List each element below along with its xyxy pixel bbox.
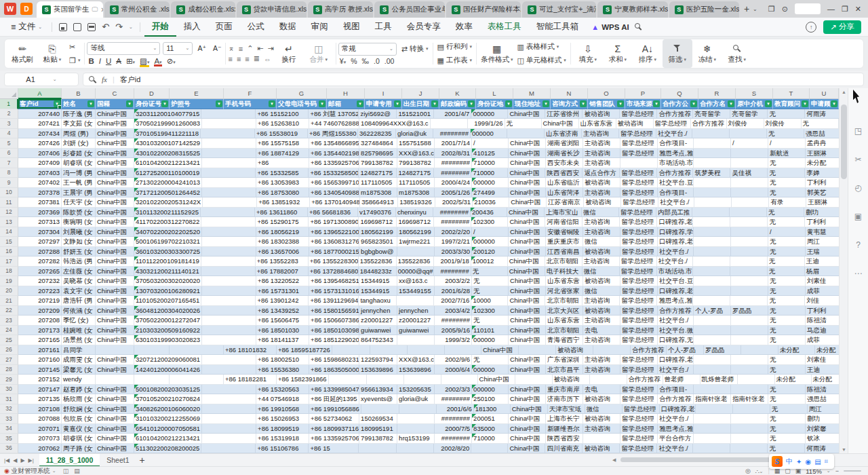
percent-icon[interactable]: % (351, 57, 357, 65)
table-cell[interactable] (732, 197, 769, 208)
table-cell[interactable]: 207088 (18, 414, 62, 424)
zoom-out-button[interactable]: − (835, 468, 839, 474)
row-number[interactable]: 12 (0, 208, 18, 218)
table-cell[interactable] (620, 158, 658, 168)
table-cell[interactable]: 2001/6/6 (437, 404, 474, 415)
table-cell[interactable]: 主动咨询 (582, 129, 619, 139)
table-cell[interactable]: 无 (768, 276, 806, 286)
table-cell[interactable] (170, 375, 224, 385)
table-cell[interactable] (731, 434, 768, 444)
table-cell[interactable]: 北京大兴区 (546, 306, 583, 316)
table-cell[interactable]: China中国 (96, 434, 134, 444)
table-cell[interactable]: 主动咨询 (583, 316, 620, 326)
table-cell[interactable]: 207208 (18, 316, 62, 326)
table-cell[interactable]: 310103200212255069 (134, 414, 202, 424)
table-cell[interactable] (361, 404, 399, 415)
header-cell[interactable]: 邮箱▼ (327, 99, 365, 109)
chevron-down-icon[interactable]: ⌄ (52, 468, 56, 474)
align-right-icon[interactable]: ≡ (245, 55, 249, 63)
table-cell[interactable]: China中国 (96, 306, 134, 316)
table-cell[interactable]: China中国 (509, 138, 546, 149)
table-cell[interactable]: +86 1598680231 (309, 355, 359, 365)
table-cell[interactable]: 无 (768, 256, 805, 267)
panel-shape-icon[interactable]: ◴ (854, 183, 861, 193)
table-cell[interactable]: 无 (472, 355, 509, 365)
table-cell[interactable]: 留学总经理 (620, 424, 658, 434)
table-cell[interactable] (694, 149, 731, 159)
table-cell[interactable] (730, 208, 767, 218)
last-sheet-icon[interactable]: ▶| (28, 457, 34, 463)
table-cell[interactable]: 207409 (18, 158, 62, 168)
table-cell[interactable]: 370105199411221118 (134, 129, 201, 139)
filter-dropdown-icon[interactable]: ▼ (216, 100, 222, 107)
table-cell[interactable]: 北京市朝阳 (545, 256, 583, 267)
table-cell[interactable] (201, 208, 255, 218)
table-cell[interactable]: 无 (768, 365, 806, 375)
table-cell[interactable]: China中国 (509, 149, 546, 159)
table-cell[interactable] (134, 345, 170, 356)
menu-item-审阅[interactable]: 审阅 (304, 18, 336, 37)
table-cell[interactable]: 河北省张家 (546, 286, 583, 297)
table-cell[interactable]: China中国 (96, 149, 134, 159)
table-cell[interactable]: 180562199 (359, 227, 397, 238)
table-cell[interactable]: +86 13552283 (256, 256, 309, 267)
table-cell[interactable]: +86 1335925706 (309, 434, 359, 444)
decrease-decimal-icon[interactable]: .0 (374, 57, 380, 65)
table-cell[interactable]: China中国 (96, 119, 134, 129)
table-cell[interactable]: +86 18874129 (256, 149, 309, 159)
table-cell[interactable]: 117110505 (359, 178, 397, 188)
table-cell[interactable] (731, 286, 768, 297)
table-cell[interactable]: 吴佳祺 (730, 168, 768, 178)
row-number[interactable]: 26 (0, 345, 18, 356)
vertical-scrollbar[interactable]: ▲ ▼ (839, 88, 848, 453)
header-cell[interactable]: 出生日期▼ (402, 99, 439, 109)
table-cell[interactable]: 合作方推荐 (658, 306, 694, 316)
clear-format-icon[interactable]: ⊘▾ (167, 56, 176, 66)
minimize-button[interactable]: — (827, 5, 835, 13)
table-cell[interactable]: 山东省东营 (546, 316, 583, 326)
table-cell[interactable]: 2003/4/2 (435, 306, 472, 316)
file-tab[interactable]: S高学历 教授.xlsx (308, 1, 374, 18)
table-cell[interactable]: 155751588 (397, 138, 435, 149)
table-cell[interactable]: z20001227 (397, 316, 435, 326)
table-cell[interactable]: +86 1580156591 (309, 306, 359, 316)
table-cell[interactable]: ######## (433, 129, 471, 139)
increase-font-icon[interactable]: A⁺ (195, 42, 208, 54)
table-cell[interactable] (202, 385, 256, 395)
table-cell[interactable]: 1wjrme221 (397, 237, 435, 247)
table-cell[interactable]: 无 (768, 414, 806, 424)
column-header-P[interactable]: P (625, 88, 661, 99)
table-cell[interactable] (202, 237, 256, 247)
table-cell[interactable]: China中国 (509, 365, 546, 375)
table-cell[interactable] (202, 365, 256, 375)
table-cell[interactable]: +86 1809937116 (309, 424, 359, 434)
number-format-select[interactable]: 常规⌄ (338, 43, 397, 56)
table-cell[interactable]: 四川省南充 (545, 444, 583, 454)
table-cell[interactable]: 327484864 (359, 138, 397, 149)
table-cell[interactable]: / (472, 138, 509, 149)
table-cell[interactable]: 上海市长宁 (546, 414, 583, 424)
table-cell[interactable]: China中国 (96, 365, 134, 375)
table-cell[interactable]: 153205635 (397, 385, 435, 395)
table-cell[interactable]: China中国 (509, 286, 546, 297)
table-cell[interactable]: China中国 (478, 375, 515, 385)
row-number[interactable]: 36 (0, 444, 18, 454)
table-cell[interactable]: 丁利利 (806, 178, 839, 188)
table-cell[interactable]: 1999/3/2 (435, 335, 472, 345)
table-cell[interactable]: 陈子逸 (男 (62, 109, 96, 119)
table-cell[interactable]: 无 (768, 316, 806, 326)
table-cell[interactable]: 胡睿琪 (女 (62, 158, 96, 168)
table-cell[interactable]: 274499 (472, 188, 509, 198)
italic-button[interactable]: I (99, 57, 101, 65)
table-cell[interactable]: 去电 (583, 326, 620, 336)
table-cell[interactable]: 江苏省南京 (547, 197, 584, 208)
table-cell[interactable]: 207165 (18, 335, 62, 345)
table-cell[interactable] (201, 256, 256, 267)
table-cell[interactable] (471, 444, 508, 454)
column-header-T[interactable]: T (773, 88, 810, 99)
menu-item-公式[interactable]: 公式 (240, 18, 272, 37)
filter-dropdown-icon[interactable]: ▼ (54, 100, 60, 107)
table-cell[interactable]: 亮哥留学 (693, 109, 730, 119)
table-cell[interactable]: +86 13657006 (256, 247, 309, 257)
table-cell[interactable]: 主动咨询 (583, 227, 620, 238)
